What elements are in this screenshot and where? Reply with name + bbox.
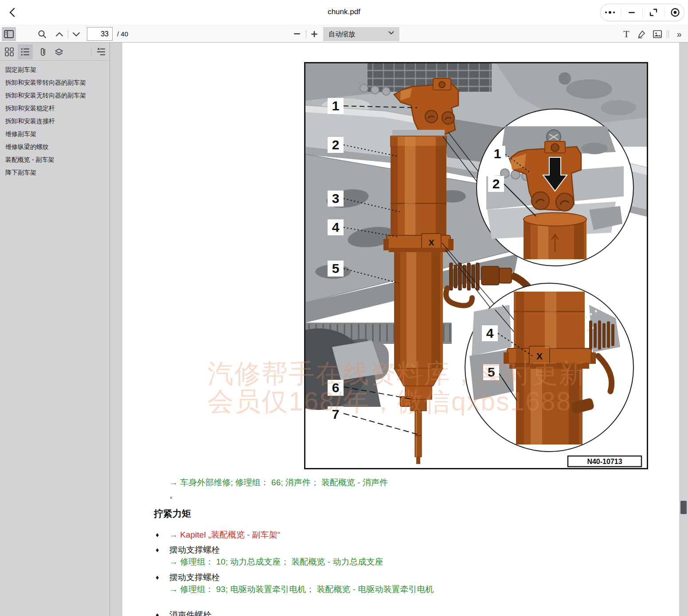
toolbar-separator: [306, 30, 306, 38]
callout-7: 7: [332, 407, 340, 421]
outline-icon: [21, 48, 30, 56]
text-tool-button[interactable]: T: [619, 27, 633, 41]
period-text: 。: [169, 489, 178, 501]
zoom-in-button[interactable]: [307, 27, 321, 41]
clamp-x-label: X: [429, 238, 434, 247]
outline-item[interactable]: 拆卸和安装带转向器的副车架: [0, 76, 109, 89]
document-viewport[interactable]: 汽修帮手在线资料库，实时更新 会员仅168/年，微信qxbs1688: [110, 43, 688, 616]
sidebar-separator: [91, 47, 91, 57]
muffler-bolt-label: 消声件螺栓: [169, 609, 211, 616]
pill-separator: [642, 8, 643, 17]
pill-separator: [621, 8, 621, 17]
plus-icon: [311, 31, 317, 37]
callout-3: 3: [332, 191, 340, 206]
page-count-label: / 40: [117, 30, 128, 38]
pendulum-support-label: 摆动支撑螺栓: [169, 572, 220, 583]
chevron-down-icon: [72, 32, 80, 37]
callout-6: 6: [332, 380, 340, 395]
figure-illustration: X: [305, 63, 647, 468]
more-options-button[interactable]: [602, 6, 618, 19]
select-chevron-icon: [388, 31, 394, 35]
pendulum-support-label: 摆动支撑螺栓: [169, 544, 220, 556]
zoom-mode-label: 自动缩放: [328, 30, 355, 39]
callout-5: 5: [332, 261, 340, 276]
minus-icon: [294, 33, 300, 35]
outline-list: 固定副车架 拆卸和安装带转向器的副车架 拆卸和安装无转向器的副车架 拆卸和安装稳…: [0, 63, 109, 179]
pill-separator: [664, 8, 665, 17]
search-button[interactable]: [35, 27, 49, 41]
more-tools-button[interactable]: »: [672, 27, 686, 41]
layers-view-button[interactable]: [51, 44, 66, 59]
thumbnails-icon: [5, 47, 14, 56]
callout-4: 4: [332, 220, 340, 234]
bullet-diamond: ♦: [156, 611, 159, 616]
minimize-button[interactable]: [624, 6, 639, 19]
outline-view-button[interactable]: [18, 44, 33, 59]
outline-item[interactable]: 拆卸和安装连接杆: [0, 115, 109, 128]
inset-bottom-callout-5: 5: [488, 365, 495, 379]
record-button[interactable]: [668, 6, 683, 19]
bullet-diamond: ♦: [156, 573, 159, 581]
page-number-input[interactable]: [87, 27, 113, 41]
text-tool-icon: T: [623, 28, 629, 40]
toolbar-separator: [667, 30, 667, 38]
sidebar-toggle-icon: [4, 30, 14, 38]
figure-id-label: N40-10713: [587, 458, 622, 465]
inset-top-callout-2: 2: [493, 176, 500, 191]
image-icon: [653, 30, 662, 38]
zoom-mode-select[interactable]: 自动缩放: [323, 27, 399, 41]
inset-top-callout-1: 1: [494, 146, 501, 161]
pencil-icon: [637, 30, 646, 39]
inset-bottom-callout-4: 4: [486, 326, 494, 340]
draw-tool-button[interactable]: [635, 27, 649, 41]
outline-item[interactable]: 拆卸和安装无转向器的副车架: [0, 89, 109, 102]
document-title: chunk.pdf: [0, 8, 688, 16]
outline-item[interactable]: 降下副车架: [0, 166, 109, 179]
zoom-out-button[interactable]: [290, 27, 304, 41]
window-controls: [600, 4, 684, 21]
muffler-assembly-link[interactable]: → 车身外部维修; 修理组： 66; 消声件； 装配概览 - 消声件: [169, 477, 388, 488]
title-bar: chunk.pdf: [0, 0, 688, 25]
kapitel-subframe-link[interactable]: → Kapitel „装配概览 - 副车架“: [169, 529, 280, 541]
next-page-button[interactable]: [69, 27, 83, 41]
technical-figure: X: [304, 62, 648, 469]
current-outline-icon: [97, 48, 106, 56]
thumbnails-view-button[interactable]: [2, 44, 17, 59]
callout-2: 2: [332, 137, 340, 152]
document-scrollbar[interactable]: [679, 43, 688, 616]
bullet-diamond: ♦: [156, 531, 159, 538]
attachments-view-button[interactable]: [35, 44, 51, 59]
previous-page-button[interactable]: [52, 27, 66, 41]
outline-item[interactable]: 拆卸和安装稳定杆: [0, 102, 109, 115]
record-icon: [670, 8, 680, 17]
double-chevron-icon: »: [676, 29, 681, 39]
chevron-up-icon: [55, 32, 63, 37]
layers-icon: [55, 48, 63, 56]
repair-group-93-link[interactable]: → 修理组： 93; 电驱动装置牵引电机； 装配概览 - 电驱动装置牵引电机: [169, 584, 444, 595]
outline-item[interactable]: 维修副车架: [0, 128, 109, 140]
toggle-sidebar-button[interactable]: [2, 27, 16, 41]
image-tool-button[interactable]: [650, 27, 665, 41]
fullscreen-button[interactable]: [646, 6, 661, 19]
pdf-toolbar: / 40 自动缩放 T »: [0, 25, 688, 43]
toolbar-separator: [668, 30, 669, 38]
sidebar-view-switcher: [0, 43, 109, 61]
scrollbar-thumb[interactable]: [680, 501, 687, 514]
inset-clamp-x-label: X: [536, 351, 543, 361]
current-outline-item-button[interactable]: [94, 44, 109, 59]
bullet-diamond: ♦: [156, 546, 159, 554]
outline-item[interactable]: 装配概览 - 副车架: [0, 153, 109, 166]
outline-item[interactable]: 维修纵梁的螺纹: [0, 140, 109, 153]
search-icon: [38, 30, 47, 39]
callout-1: 1: [332, 98, 340, 113]
paperclip-icon: [40, 47, 46, 56]
minimize-icon: [628, 8, 636, 16]
ellipsis-icon: [605, 10, 615, 15]
sidebar-panel: 固定副车架 拆卸和安装带转向器的副车架 拆卸和安装无转向器的副车架 拆卸和安装稳…: [0, 43, 110, 616]
fullscreen-icon: [649, 8, 658, 17]
toolbar-separator: [68, 30, 68, 38]
repair-group-10-link[interactable]: → 修理组： 10; 动力总成支座； 装配概览 - 动力总成支座: [169, 556, 383, 568]
pdf-page: 汽修帮手在线资料库，实时更新 会员仅168/年，微信qxbs1688: [122, 43, 679, 616]
outline-item[interactable]: 固定副车架: [0, 63, 109, 76]
torque-heading: 拧紧力矩: [154, 507, 191, 520]
